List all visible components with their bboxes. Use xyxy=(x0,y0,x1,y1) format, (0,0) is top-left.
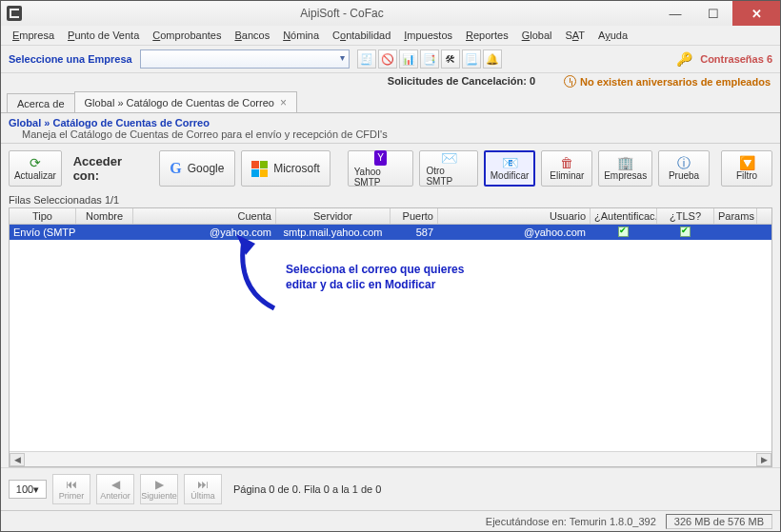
prueba-button[interactable]: ⓘ Prueba xyxy=(658,150,710,187)
maximize-button[interactable]: ☐ xyxy=(694,1,732,26)
app-logo-icon xyxy=(7,6,22,21)
grid-body[interactable]: Envío (SMTP) @yahoo.com smtp.mail.yahoo.… xyxy=(10,225,771,451)
icon-bell[interactable]: 🔔 xyxy=(483,49,502,69)
menu-nomina[interactable]: Nómina xyxy=(277,28,325,43)
key-icon: 🔑 xyxy=(676,51,692,67)
next-page-button[interactable]: ▶Siguiente xyxy=(140,474,178,504)
check-icon xyxy=(680,227,691,237)
mail-icon: ✉️ xyxy=(441,151,457,165)
cancel-requests-label: Solicitudes de Cancelación: 0 xyxy=(388,75,535,88)
first-page-button[interactable]: ⏮Primer xyxy=(52,474,90,504)
menu-punto-venta[interactable]: Punto de Venta xyxy=(62,28,145,43)
notice-bar: Solicitudes de Cancelación: 0 No existen… xyxy=(1,73,780,91)
yahoo-icon: Y xyxy=(374,150,387,166)
cell-puerto: 587 xyxy=(390,227,438,238)
cell-usuario: @yahoo.com xyxy=(438,227,591,238)
menu-comprobantes[interactable]: Comprobantes xyxy=(147,28,227,43)
selection-count: Filas Seleccionadas 1/1 xyxy=(1,192,780,207)
clock-icon xyxy=(564,75,576,88)
filtro-button[interactable]: 🔽 Filtro xyxy=(721,150,772,187)
menu-sat[interactable]: SAT xyxy=(559,28,591,43)
pager: 100 ▾ ⏮Primer ◀Anterior ▶Siguiente ⏭Últi… xyxy=(1,467,780,510)
annotation-arrow-icon xyxy=(227,232,293,318)
icon-invoice[interactable]: 🧾 xyxy=(357,49,376,69)
microsoft-button[interactable]: Microsoft xyxy=(241,150,330,187)
grid-hscrollbar[interactable]: ◀ ▶ xyxy=(10,451,771,466)
cell-servidor: smtp.mail.yahoo.com xyxy=(276,227,390,238)
memory-label: 326 MB de 576 MB xyxy=(666,514,772,529)
refresh-button[interactable]: ⟳ Actualizar xyxy=(9,150,62,187)
menu-contabilidad[interactable]: Contabilidad xyxy=(327,28,396,43)
google-icon: G xyxy=(170,160,181,177)
tab-catalogo-correo[interactable]: Global » Catálogo de Cuentas de Correo × xyxy=(74,91,297,112)
modificar-button[interactable]: 📧 Modificar xyxy=(484,150,535,187)
titlebar: AipiSoft - CoFac — ☐ ✕ xyxy=(1,1,780,26)
cell-tipo: Envío (SMTP) xyxy=(10,227,76,238)
yahoo-smtp-button[interactable]: Y Yahoo SMTP xyxy=(348,150,414,187)
pager-status: Página 0 de 0. Fila 0 a la 1 de 0 xyxy=(233,483,381,495)
annotation-text: Selecciona el correo que quieres editar … xyxy=(286,263,495,292)
runtime-label: Ejecutándose en: Temurin 1.8.0_392 xyxy=(486,516,656,527)
tabstrip: Acerca de Global » Catálogo de Cuentas d… xyxy=(1,91,780,113)
last-page-button[interactable]: ⏭Última xyxy=(184,474,222,504)
tab-close-icon[interactable]: × xyxy=(280,96,287,109)
select-company-link[interactable]: Seleccione una Empresa xyxy=(9,53,132,65)
cell-tls xyxy=(657,227,714,239)
delete-icon: 🗑 xyxy=(560,156,573,169)
company-bar: Seleccione una Empresa 🧾 🚫 📊 📑 🛠 📃 🔔 🔑 C… xyxy=(1,46,780,73)
menu-impuestos[interactable]: Impuestos xyxy=(398,28,458,43)
menubar: Empresa Punto de Venta Comprobantes Banc… xyxy=(1,26,780,46)
filter-icon: 🔽 xyxy=(739,156,755,169)
microsoft-icon xyxy=(251,161,268,177)
page-subtitle: Maneja el Catálogo de Cuentas de Correo … xyxy=(9,128,772,140)
col-nombre[interactable]: Nombre xyxy=(76,208,133,224)
quick-icon-bar: 🧾 🚫 📊 📑 🛠 📃 🔔 xyxy=(357,49,502,69)
page-size-select[interactable]: 100 ▾ xyxy=(9,480,47,499)
company-combo[interactable] xyxy=(140,49,350,69)
col-params[interactable]: Params xyxy=(714,208,757,224)
col-tipo[interactable]: Tipo xyxy=(10,208,76,224)
otro-smtp-button[interactable]: ✉️ Otro SMTP xyxy=(419,150,477,187)
scroll-right-button[interactable]: ▶ xyxy=(756,453,771,466)
col-cuenta[interactable]: Cuenta xyxy=(133,208,276,224)
icon-report[interactable]: 📑 xyxy=(420,49,439,69)
icon-chart[interactable]: 📊 xyxy=(399,49,418,69)
menu-global[interactable]: Global xyxy=(516,28,558,43)
grid-header: Tipo Nombre Cuenta Servidor Puerto Usuar… xyxy=(10,208,771,225)
col-usuario[interactable]: Usuario xyxy=(438,208,591,224)
icon-cert[interactable]: 📃 xyxy=(462,49,481,69)
cell-auth xyxy=(591,227,657,239)
menu-empresa[interactable]: Empresa xyxy=(7,28,60,43)
google-button[interactable]: G Google xyxy=(159,150,235,187)
icon-tools[interactable]: 🛠 xyxy=(441,49,460,69)
eliminar-button[interactable]: 🗑 Eliminar xyxy=(541,150,592,187)
prev-page-button[interactable]: ◀Anterior xyxy=(96,474,134,504)
scroll-left-button[interactable]: ◀ xyxy=(10,453,25,466)
table-row[interactable]: Envío (SMTP) @yahoo.com smtp.mail.yahoo.… xyxy=(10,225,771,240)
toolbar: ⟳ Actualizar Acceder con: G Google Micro… xyxy=(1,145,780,192)
menu-bancos[interactable]: Bancos xyxy=(229,28,275,43)
statusbar: Ejecutándose en: Temurin 1.8.0_392 326 M… xyxy=(1,510,780,531)
icon-cancel-doc[interactable]: 🚫 xyxy=(378,49,397,69)
info-icon: ⓘ xyxy=(677,156,691,169)
col-auth[interactable]: ¿Autentificac... xyxy=(591,208,657,224)
col-tls[interactable]: ¿TLS? xyxy=(657,208,714,224)
grid: Tipo Nombre Cuenta Servidor Puerto Usuar… xyxy=(9,207,772,467)
acceder-label: Acceder con: xyxy=(68,154,153,183)
col-puerto[interactable]: Puerto xyxy=(390,208,438,224)
tab-about[interactable]: Acerca de xyxy=(7,93,74,112)
refresh-icon: ⟳ xyxy=(30,156,41,169)
minimize-button[interactable]: — xyxy=(656,1,694,26)
company-icon: 🏢 xyxy=(617,156,633,169)
menu-ayuda[interactable]: Ayuda xyxy=(592,28,633,43)
col-servidor[interactable]: Servidor xyxy=(276,208,390,224)
scroll-track[interactable] xyxy=(25,453,756,466)
app-window: AipiSoft - CoFac — ☐ ✕ Empresa Punto de … xyxy=(0,0,781,532)
close-button[interactable]: ✕ xyxy=(732,1,780,26)
passwords-link[interactable]: Contraseñas 6 xyxy=(700,53,772,65)
window-title: AipiSoft - CoFac xyxy=(28,7,656,20)
page-title: Global » Catálogo de Cuentas de Correo xyxy=(9,117,772,128)
edit-icon: 📧 xyxy=(502,156,518,169)
menu-reportes[interactable]: Reportes xyxy=(460,28,514,43)
empresas-button[interactable]: 🏢 Empresas xyxy=(598,150,652,187)
